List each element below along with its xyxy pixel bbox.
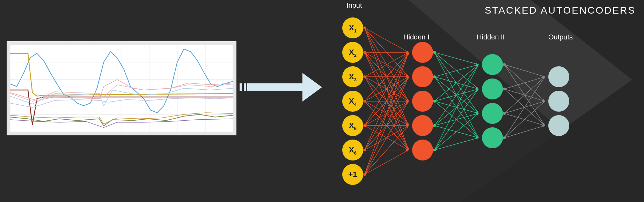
node-hidden1-3 [412,115,433,136]
series-blue-wave [10,49,233,113]
edge-start-dot [503,112,506,115]
edge-start-dot [433,100,436,103]
edge [434,65,478,126]
node-hidden2-1 [482,78,503,99]
network-edges [363,27,545,176]
edge-start-dot [363,124,366,127]
edge [365,28,409,52]
arrow-prefix-bars [240,83,246,91]
edge [504,77,545,113]
edge [365,101,409,174]
edge-start-dot [503,88,506,90]
node-hidden2-3 [482,127,503,148]
edge-start-dot [433,124,436,127]
series-yellow [10,53,233,96]
edge [434,65,478,77]
edge-arrow-icon [476,137,478,139]
node-hidden1-1 [412,66,433,87]
edge [504,77,545,89]
node-hidden1-2 [412,91,433,112]
chart-svg [10,45,233,132]
edge-start-dot [503,136,506,139]
series-green-low [10,114,233,126]
edge-start-dot [363,51,366,54]
timeseries-chart [7,41,236,135]
node-hidden2-2 [482,103,503,124]
edge-start-dot [363,27,366,29]
edge-start-dot [503,63,506,66]
edge-start-dot [363,75,366,78]
edge-start-dot [363,173,366,176]
edge [504,77,545,138]
node-hidden1-0 [412,42,433,63]
edge-start-dot [363,100,366,103]
node-output-2 [548,115,569,136]
edge [504,65,545,77]
node-hidden2-0 [482,54,503,75]
label-input: Input [346,1,362,9]
node-output-1 [548,91,569,112]
edge [504,101,545,138]
edge-start-dot [433,149,436,151]
edge [434,65,478,101]
edge-start-dot [433,51,436,54]
node-output-0 [548,66,569,87]
network-diagram: X1X2X3X4X5X6+1 [332,14,639,199]
edge-start-dot [363,149,366,151]
edge [365,150,409,174]
arrow-shaft [247,83,302,91]
chart-series-group [10,49,233,128]
edge [434,65,478,150]
edge-start-dot [433,75,436,78]
edge [434,52,478,65]
edge-arrow-icon [542,126,545,127]
node-hidden1-4 [412,140,433,160]
edge [434,89,478,150]
chart-grid [10,45,233,132]
node-label: +1 [348,170,357,179]
edge [504,126,545,138]
arrow-head-icon [302,73,322,102]
edge [365,52,409,174]
edge [434,138,478,150]
edge [434,113,478,150]
